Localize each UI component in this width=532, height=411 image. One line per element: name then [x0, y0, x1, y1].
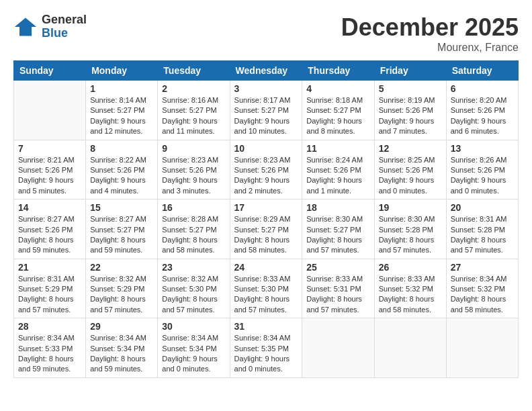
day-number: 16	[162, 202, 225, 213]
svg-marker-0	[15, 17, 36, 36]
column-header-tuesday: Tuesday	[158, 61, 230, 81]
day-number: 15	[90, 202, 153, 213]
column-header-saturday: Saturday	[446, 61, 518, 81]
day-number: 29	[90, 321, 153, 332]
calendar-cell: 13Sunrise: 8:26 AMSunset: 5:26 PMDayligh…	[446, 140, 518, 199]
day-number: 7	[18, 143, 81, 154]
day-number: 1	[90, 83, 153, 94]
day-info: Sunrise: 8:17 AMSunset: 5:27 PMDaylight:…	[234, 95, 298, 137]
calendar-cell: 6Sunrise: 8:20 AMSunset: 5:26 PMDaylight…	[446, 81, 518, 140]
calendar-cell: 15Sunrise: 8:27 AMSunset: 5:27 PMDayligh…	[86, 199, 158, 259]
calendar-cell	[302, 318, 374, 378]
day-number: 25	[306, 262, 369, 273]
day-info: Sunrise: 8:23 AMSunset: 5:26 PMDaylight:…	[234, 155, 298, 197]
day-number: 17	[234, 202, 298, 213]
day-number: 19	[379, 202, 442, 213]
day-number: 14	[18, 202, 81, 213]
day-info: Sunrise: 8:23 AMSunset: 5:26 PMDaylight:…	[162, 155, 225, 197]
day-info: Sunrise: 8:33 AMSunset: 5:31 PMDaylight:…	[306, 274, 369, 316]
day-info: Sunrise: 8:28 AMSunset: 5:27 PMDaylight:…	[162, 214, 225, 256]
day-number: 13	[451, 143, 514, 154]
day-number: 18	[306, 202, 369, 213]
day-number: 27	[451, 262, 514, 273]
day-number: 4	[306, 83, 369, 94]
logo-general-text: General	[42, 13, 87, 27]
day-info: Sunrise: 8:18 AMSunset: 5:27 PMDaylight:…	[306, 95, 369, 137]
day-info: Sunrise: 8:14 AMSunset: 5:27 PMDaylight:…	[90, 95, 153, 137]
calendar-cell: 3Sunrise: 8:17 AMSunset: 5:27 PMDaylight…	[230, 81, 302, 140]
logo-icon	[13, 15, 38, 39]
day-info: Sunrise: 8:22 AMSunset: 5:26 PMDaylight:…	[90, 155, 153, 197]
calendar-cell: 24Sunrise: 8:33 AMSunset: 5:30 PMDayligh…	[230, 259, 302, 318]
calendar-cell: 9Sunrise: 8:23 AMSunset: 5:26 PMDaylight…	[158, 140, 230, 199]
day-info: Sunrise: 8:25 AMSunset: 5:26 PMDaylight:…	[379, 155, 442, 197]
column-header-wednesday: Wednesday	[230, 61, 302, 81]
day-number: 24	[234, 262, 298, 273]
day-info: Sunrise: 8:26 AMSunset: 5:26 PMDaylight:…	[451, 155, 514, 197]
month-year-title: December 2025	[341, 13, 519, 42]
calendar-table: SundayMondayTuesdayWednesdayThursdayFrid…	[13, 60, 519, 378]
day-info: Sunrise: 8:34 AMSunset: 5:33 PMDaylight:…	[18, 333, 81, 375]
calendar-cell	[374, 318, 446, 378]
day-number: 30	[162, 321, 225, 332]
day-info: Sunrise: 8:19 AMSunset: 5:26 PMDaylight:…	[379, 95, 442, 137]
day-number: 12	[379, 143, 442, 154]
calendar-cell: 11Sunrise: 8:24 AMSunset: 5:26 PMDayligh…	[302, 140, 374, 199]
day-number: 11	[306, 143, 369, 154]
day-info: Sunrise: 8:20 AMSunset: 5:26 PMDaylight:…	[451, 95, 514, 137]
day-info: Sunrise: 8:27 AMSunset: 5:26 PMDaylight:…	[18, 214, 81, 256]
logo-blue-text: Blue	[42, 27, 87, 40]
calendar-cell: 26Sunrise: 8:33 AMSunset: 5:32 PMDayligh…	[374, 259, 446, 318]
calendar-cell	[14, 81, 86, 140]
day-number: 31	[234, 321, 298, 332]
day-info: Sunrise: 8:21 AMSunset: 5:26 PMDaylight:…	[18, 155, 81, 197]
day-number: 23	[162, 262, 225, 273]
logo-text: General Blue	[42, 13, 87, 40]
column-header-monday: Monday	[86, 61, 158, 81]
calendar-cell: 18Sunrise: 8:30 AMSunset: 5:27 PMDayligh…	[302, 199, 374, 259]
calendar-cell: 10Sunrise: 8:23 AMSunset: 5:26 PMDayligh…	[230, 140, 302, 199]
day-info: Sunrise: 8:32 AMSunset: 5:29 PMDaylight:…	[90, 274, 153, 316]
day-info: Sunrise: 8:31 AMSunset: 5:29 PMDaylight:…	[18, 274, 81, 316]
calendar-cell	[446, 318, 518, 378]
day-info: Sunrise: 8:33 AMSunset: 5:30 PMDaylight:…	[234, 274, 298, 316]
calendar-cell: 25Sunrise: 8:33 AMSunset: 5:31 PMDayligh…	[302, 259, 374, 318]
day-number: 21	[18, 262, 81, 273]
day-info: Sunrise: 8:30 AMSunset: 5:28 PMDaylight:…	[379, 214, 442, 256]
column-header-friday: Friday	[374, 61, 446, 81]
day-number: 9	[162, 143, 225, 154]
column-header-thursday: Thursday	[302, 61, 374, 81]
day-info: Sunrise: 8:32 AMSunset: 5:30 PMDaylight:…	[162, 274, 225, 316]
day-info: Sunrise: 8:34 AMSunset: 5:34 PMDaylight:…	[162, 333, 225, 375]
day-number: 5	[379, 83, 442, 94]
calendar-cell: 28Sunrise: 8:34 AMSunset: 5:33 PMDayligh…	[14, 318, 86, 378]
day-info: Sunrise: 8:34 AMSunset: 5:34 PMDaylight:…	[90, 333, 153, 375]
calendar-cell: 22Sunrise: 8:32 AMSunset: 5:29 PMDayligh…	[86, 259, 158, 318]
day-info: Sunrise: 8:29 AMSunset: 5:27 PMDaylight:…	[234, 214, 298, 256]
day-number: 22	[90, 262, 153, 273]
calendar-cell: 30Sunrise: 8:34 AMSunset: 5:34 PMDayligh…	[158, 318, 230, 378]
calendar-cell: 31Sunrise: 8:34 AMSunset: 5:35 PMDayligh…	[230, 318, 302, 378]
logo: General Blue	[13, 13, 87, 40]
calendar-cell: 20Sunrise: 8:31 AMSunset: 5:28 PMDayligh…	[446, 199, 518, 259]
calendar-cell: 29Sunrise: 8:34 AMSunset: 5:34 PMDayligh…	[86, 318, 158, 378]
day-number: 8	[90, 143, 153, 154]
column-header-sunday: Sunday	[14, 61, 86, 81]
calendar-cell: 4Sunrise: 8:18 AMSunset: 5:27 PMDaylight…	[302, 81, 374, 140]
calendar-cell: 19Sunrise: 8:30 AMSunset: 5:28 PMDayligh…	[374, 199, 446, 259]
location-subtitle: Mourenx, France	[341, 42, 519, 54]
calendar-cell: 8Sunrise: 8:22 AMSunset: 5:26 PMDaylight…	[86, 140, 158, 199]
calendar-cell: 1Sunrise: 8:14 AMSunset: 5:27 PMDaylight…	[86, 81, 158, 140]
day-number: 3	[234, 83, 298, 94]
calendar-cell: 2Sunrise: 8:16 AMSunset: 5:27 PMDaylight…	[158, 81, 230, 140]
day-info: Sunrise: 8:34 AMSunset: 5:32 PMDaylight:…	[451, 274, 514, 316]
title-section: December 2025 Mourenx, France	[341, 13, 519, 54]
calendar-cell: 21Sunrise: 8:31 AMSunset: 5:29 PMDayligh…	[14, 259, 86, 318]
day-number: 20	[451, 202, 514, 213]
header: General Blue December 2025 Mourenx, Fran…	[13, 13, 519, 54]
calendar-cell: 16Sunrise: 8:28 AMSunset: 5:27 PMDayligh…	[158, 199, 230, 259]
calendar-cell: 12Sunrise: 8:25 AMSunset: 5:26 PMDayligh…	[374, 140, 446, 199]
day-info: Sunrise: 8:24 AMSunset: 5:26 PMDaylight:…	[306, 155, 369, 197]
day-info: Sunrise: 8:27 AMSunset: 5:27 PMDaylight:…	[90, 214, 153, 256]
day-number: 6	[451, 83, 514, 94]
